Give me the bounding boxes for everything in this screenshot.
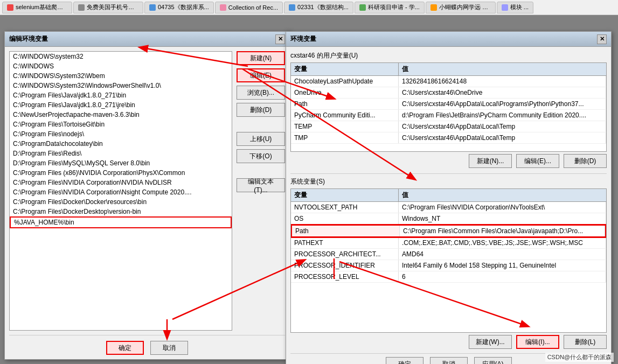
user-row[interactable]: TEMP C:\Users\cxstar46\AppData\Local\Tem…: [291, 121, 606, 132]
user-new-button[interactable]: 新建(N)...: [469, 154, 512, 168]
list-item[interactable]: C:\Program Files\TortoiseGit\bin: [10, 120, 232, 129]
browser-tab-bar: selenium基础爬虫... 免费美国手机号码... 04735《数据库系..…: [0, 0, 618, 15]
tab-selenium[interactable]: selenium基础爬虫...: [2, 2, 72, 13]
env-vars-close-button[interactable]: ✕: [597, 34, 607, 44]
list-item[interactable]: C:\Program Files\Java\jdk1.8.0_271\bin: [10, 90, 232, 100]
edit-env-close-button[interactable]: ✕: [275, 34, 285, 44]
list-item[interactable]: C:\Program Files\Docker\Docker\resources…: [10, 197, 232, 207]
env-vars-ok-button[interactable]: 确定: [386, 357, 423, 364]
move-down-button[interactable]: 下移(O): [237, 149, 285, 163]
tab-favicon: [430, 4, 437, 11]
edit-env-cancel-button[interactable]: 取消: [150, 341, 188, 355]
user-delete-button[interactable]: 删除(D): [564, 154, 607, 168]
main-area: 编辑环境变量 ✕ C:\WINDOWS\system32 C:\WINDOWS …: [0, 15, 618, 364]
system-row[interactable]: OS Windows_NT: [291, 213, 606, 225]
user-table-header: 变量 值: [291, 63, 606, 76]
user-section-buttons: 新建(N)... 编辑(E)... 删除(D): [290, 152, 607, 170]
tab-favicon: [149, 4, 156, 11]
list-item[interactable]: C:\Program Files (x86)\NVIDIA Corporatio…: [10, 168, 232, 178]
env-vars-title: 环境变量 ✕: [286, 32, 611, 47]
tab-phone[interactable]: 免费美国手机号码...: [73, 2, 143, 13]
tab-favicon: [220, 4, 226, 11]
list-item[interactable]: C:\ProgramData\chocolatey\bin: [10, 139, 232, 149]
system-table-header: 变量 值: [291, 189, 606, 202]
tab-favicon: [289, 4, 295, 11]
env-path-list[interactable]: C:\WINDOWS\system32 C:\WINDOWS C:\WINDOW…: [9, 51, 232, 331]
tab-favicon: [7, 4, 13, 11]
system-path-row[interactable]: Path C:\Program Files\Common Files\Oracl…: [291, 225, 606, 237]
tab-network[interactable]: 小蝴蝶内网学远 N...: [426, 2, 496, 13]
env-vars-dialog: 环境变量 ✕ cxstar46 的用户变量(U) 变量 值 Chocolatey…: [286, 31, 612, 364]
tab-module[interactable]: 模块 ...: [497, 2, 533, 13]
list-item[interactable]: C:\Program Files\DockerDesktop\version-b…: [10, 207, 232, 216]
edit-text-button[interactable]: 编辑文本(T)...: [237, 178, 285, 192]
system-table: 变量 值 NVTOOLSEXT_PATH C:\Program Files\NV…: [290, 188, 607, 333]
section-separator: [290, 173, 607, 174]
system-section-title: 系统变量(S): [290, 177, 607, 186]
user-table: 变量 值 ChocolateyLastPathUpdate 1326284186…: [290, 62, 607, 152]
user-row[interactable]: PyCharm Community Editi... d:\Program Fi…: [291, 110, 606, 121]
edit-env-dialog: 编辑环境变量 ✕ C:\WINDOWS\system32 C:\WINDOWS …: [4, 31, 290, 360]
edit-env-ok-button[interactable]: 确定: [106, 341, 144, 355]
user-section: cxstar46 的用户变量(U) 变量 值 ChocolateyLastPat…: [290, 51, 607, 170]
list-item[interactable]: C:\Program Files\NVIDIA Corporation\NVID…: [10, 178, 232, 187]
tab-project[interactable]: 科研项目申请 - 学...: [355, 2, 425, 13]
move-up-button[interactable]: 上移(U): [237, 132, 285, 146]
list-item[interactable]: C:\WINDOWS\System32\Wbem: [10, 71, 232, 81]
system-section: 系统变量(S) 变量 值 NVTOOLSEXT_PATH C:\Program …: [290, 177, 607, 351]
tab-collection[interactable]: Collection of Rec...: [215, 2, 283, 13]
tab-favicon: [502, 4, 508, 11]
user-col-var: 变量: [291, 63, 399, 75]
system-row[interactable]: PROCESSOR_IDENTIFIER Intel64 Family 6 Mo…: [291, 260, 606, 271]
list-item[interactable]: C:\Program Files\Java\jdk1.8.0_271\jre\b…: [10, 100, 232, 110]
user-row[interactable]: Path C:\Users\cxstar46\AppData\Local\Pro…: [291, 99, 606, 110]
system-col-val: 值: [399, 189, 606, 201]
csdn-watermark: CSDN@什么都干的派森: [545, 353, 614, 362]
list-item[interactable]: C:\Program Files\nodejs\: [10, 129, 232, 139]
system-section-buttons: 新建(W)... 编辑(I)... 删除(L): [290, 333, 607, 351]
tab-favicon: [78, 4, 85, 11]
system-new-button[interactable]: 新建(W)...: [469, 335, 512, 349]
list-item[interactable]: D:\Program Files\Redis\: [10, 149, 232, 158]
user-row[interactable]: ChocolateyLastPathUpdate 132628418616624…: [291, 76, 606, 87]
env-vars-cancel-button[interactable]: 取消: [430, 357, 468, 364]
system-row[interactable]: PROCESSOR_ARCHITECT... AMD64: [291, 249, 606, 260]
delete-button[interactable]: 删除(D): [237, 103, 285, 117]
list-item[interactable]: C:\Program Files\NVIDIA Corporation\Nsig…: [10, 187, 232, 197]
tab-ds[interactable]: 02331《数据结构...: [284, 2, 353, 13]
edit-env-title: 编辑环境变量 ✕: [5, 32, 289, 47]
system-row[interactable]: PROCESSOR_LEVEL 6: [291, 271, 606, 283]
system-delete-button[interactable]: 删除(L): [564, 335, 607, 349]
browse-button[interactable]: 浏览(B)...: [237, 86, 285, 100]
system-table-body[interactable]: NVTOOLSEXT_PATH C:\Program Files\NVIDIA …: [291, 202, 606, 293]
user-col-val: 值: [399, 63, 606, 75]
list-item[interactable]: C:\WINDOWS\System32\WindowsPowerShell\v1…: [10, 81, 232, 90]
list-item[interactable]: C:\WINDOWS: [10, 61, 232, 71]
tab-favicon: [359, 4, 366, 11]
new-button[interactable]: 新建(N): [237, 51, 285, 65]
system-row[interactable]: NVTOOLSEXT_PATH C:\Program Files\NVIDIA …: [291, 202, 606, 213]
user-row[interactable]: OneDrive C:\Users\cxstar46\OneDrive: [291, 87, 606, 99]
list-item[interactable]: D:\Program Files\MySQL\MySQL Server 8.0\…: [10, 158, 232, 168]
user-section-title: cxstar46 的用户变量(U): [290, 51, 607, 60]
user-edit-button[interactable]: 编辑(E)...: [516, 154, 559, 168]
edit-button[interactable]: 编辑(E): [237, 68, 285, 82]
list-item[interactable]: C:\NewUserProject\apache-maven-3.6.3\bin: [10, 110, 232, 120]
env-vars-apply-button[interactable]: 应用(A): [474, 357, 512, 364]
java-home-item[interactable]: %JAVA_HOME%\bin: [10, 216, 232, 228]
system-row[interactable]: PATHEXT .COM;.EXE;.BAT;.CMD;.VBS;.VBE;.J…: [291, 237, 606, 249]
user-row[interactable]: TMP C:\Users\cxstar46\AppData\Local\Temp: [291, 132, 606, 144]
user-table-body[interactable]: ChocolateyLastPathUpdate 132628418616624…: [291, 76, 606, 151]
system-col-var: 变量: [291, 189, 399, 201]
list-item[interactable]: C:\WINDOWS\system32: [10, 52, 232, 61]
tab-db[interactable]: 04735《数据库系...: [144, 2, 214, 13]
system-edit-button[interactable]: 编辑(I)...: [516, 335, 559, 349]
